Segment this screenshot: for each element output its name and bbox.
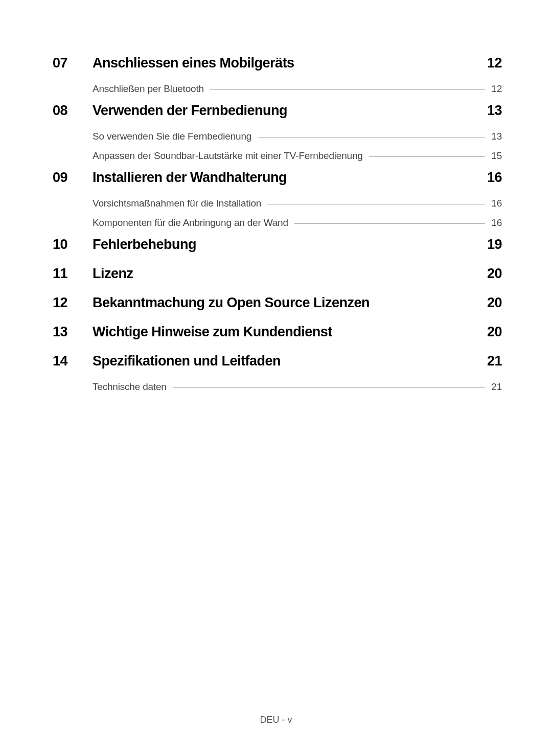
leader-line	[173, 387, 486, 388]
section-page: 16	[487, 170, 502, 186]
toc-section-row: 07 Anschliessen eines Mobilgeräts 12	[53, 55, 502, 71]
toc-section-row: 10 Fehlerbehebung 19	[53, 237, 502, 253]
subsection-page: 15	[488, 150, 502, 162]
subsection-title: Vorsichtsmaßnahmen für die Installation	[93, 198, 264, 209]
toc-section-row: 08 Verwenden der Fernbedienung 13	[53, 103, 502, 119]
toc-section-row: 12 Bekanntmachung zu Open Source Lizenze…	[53, 295, 502, 311]
toc-content: 07 Anschliessen eines Mobilgeräts 12 Ans…	[0, 0, 552, 393]
section-number: 10	[53, 237, 93, 253]
subsection-title: Komponenten für die Anbringung an der Wa…	[93, 217, 291, 228]
toc-subsection-row: Anschließen per Bluetooth 12	[93, 83, 502, 95]
subsection-title: Technische daten	[93, 381, 170, 393]
section-number: 13	[53, 324, 93, 340]
section-title: Wichtige Hinweise zum Kundendienst	[93, 324, 487, 340]
section-number: 14	[53, 353, 93, 369]
toc-section-row: 09 Installieren der Wandhalterung 16	[53, 170, 502, 186]
section-page: 20	[487, 295, 502, 311]
section-number: 07	[53, 55, 93, 71]
subsection-page: 13	[488, 131, 502, 142]
subsection-page: 12	[488, 83, 502, 95]
toc-section: 12 Bekanntmachung zu Open Source Lizenze…	[53, 295, 502, 311]
section-page: 13	[487, 103, 502, 119]
section-title: Anschliessen eines Mobilgeräts	[93, 55, 487, 71]
section-page: 20	[487, 266, 502, 282]
section-title: Installieren der Wandhalterung	[93, 170, 487, 186]
toc-section: 13 Wichtige Hinweise zum Kundendienst 20	[53, 324, 502, 340]
toc-subsection-row: Technische daten 21	[93, 381, 502, 393]
section-title: Fehlerbehebung	[93, 237, 487, 253]
toc-section: 14 Spezifikationen und Leitfaden 21 Tech…	[53, 353, 502, 393]
section-title: Spezifikationen und Leitfaden	[93, 353, 487, 369]
toc-section: 07 Anschliessen eines Mobilgeräts 12 Ans…	[53, 55, 502, 95]
section-number: 08	[53, 103, 93, 119]
toc-section-row: 14 Spezifikationen und Leitfaden 21	[53, 353, 502, 369]
toc-section-row: 13 Wichtige Hinweise zum Kundendienst 20	[53, 324, 502, 340]
leader-line	[210, 89, 485, 90]
section-number: 12	[53, 295, 93, 311]
section-page: 20	[487, 324, 502, 340]
page-footer: DEU - v	[0, 715, 552, 725]
subsection-title: Anpassen der Soundbar-Lautstärke mit ein…	[93, 150, 366, 162]
section-number: 09	[53, 170, 93, 186]
section-page: 19	[487, 237, 502, 253]
toc-subsection-row: Vorsichtsmaßnahmen für die Installation …	[93, 198, 502, 209]
section-title: Bekanntmachung zu Open Source Lizenzen	[93, 295, 487, 311]
leader-line	[294, 223, 485, 224]
toc-subsection-row: Komponenten für die Anbringung an der Wa…	[93, 217, 502, 228]
leader-line	[258, 137, 485, 138]
subsection-page: 21	[488, 381, 502, 393]
toc-section: 09 Installieren der Wandhalterung 16 Vor…	[53, 170, 502, 228]
toc-section-row: 11 Lizenz 20	[53, 266, 502, 282]
subsection-page: 16	[488, 198, 502, 209]
subsection-title: So verwenden Sie die Fernbedienung	[93, 131, 255, 142]
toc-section: 08 Verwenden der Fernbedienung 13 So ver…	[53, 103, 502, 162]
toc-section: 10 Fehlerbehebung 19	[53, 237, 502, 253]
section-page: 21	[487, 353, 502, 369]
toc-section: 11 Lizenz 20	[53, 266, 502, 282]
subsection-title: Anschließen per Bluetooth	[93, 83, 207, 95]
section-number: 11	[53, 266, 93, 282]
section-page: 12	[487, 55, 502, 71]
toc-subsection-row: So verwenden Sie die Fernbedienung 13	[93, 131, 502, 142]
section-title: Verwenden der Fernbedienung	[93, 103, 487, 119]
toc-subsection-row: Anpassen der Soundbar-Lautstärke mit ein…	[93, 150, 502, 162]
subsection-page: 16	[488, 217, 502, 228]
section-title: Lizenz	[93, 266, 487, 282]
leader-line	[369, 156, 486, 157]
leader-line	[267, 204, 485, 204]
